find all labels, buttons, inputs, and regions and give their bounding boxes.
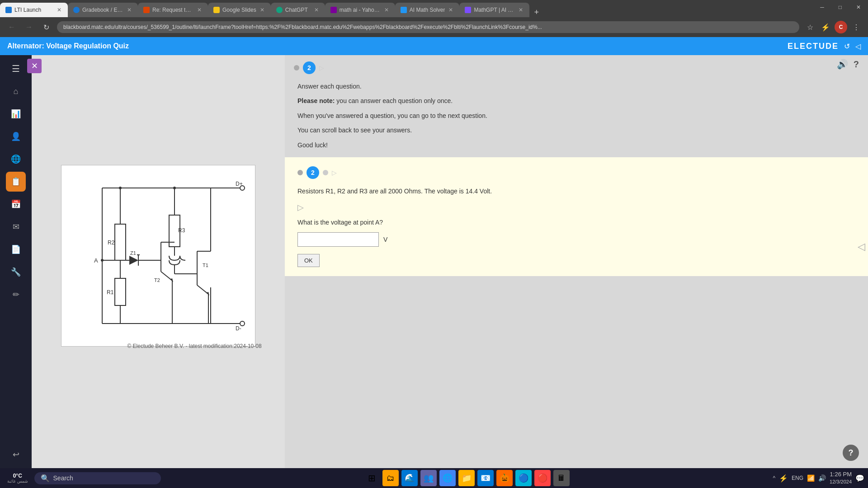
question-nav-2: 2 ▷	[297, 166, 855, 179]
question-number-badge: 2	[303, 61, 316, 74]
bookmark-button[interactable]: ☆	[804, 21, 816, 33]
sidebar-item-menu[interactable]: ☰	[6, 59, 26, 79]
sidebar-item-list[interactable]: 📋	[6, 172, 26, 192]
sidebar-item-edit[interactable]: ✏	[6, 285, 26, 305]
minimize-button[interactable]: ─	[813, 0, 831, 14]
tab-close-mathgpt[interactable]: ✕	[518, 6, 524, 14]
svg-text:R3: R3	[178, 227, 185, 234]
tab-aimath[interactable]: AI Math Solver ✕	[395, 3, 460, 17]
taskbar-weather[interactable]: 0°C شمس غائبة	[4, 473, 32, 483]
address-input[interactable]	[57, 21, 799, 33]
taskbar-icon-app1[interactable]: 🎃	[496, 470, 513, 486]
sidebar-item-documents[interactable]: 📄	[6, 239, 26, 259]
tab-close-slides[interactable]: ✕	[259, 6, 265, 14]
svg-text:T1: T1	[203, 263, 208, 268]
instructions-block: Answer each question. Please note: you c…	[285, 78, 868, 157]
close-window-button[interactable]: ✕	[849, 0, 868, 14]
taskbar-search-bar[interactable]: 🔍 Search	[34, 472, 161, 484]
tab-yahoo[interactable]: math ai - Yahoo... ✕	[325, 3, 395, 17]
window-controls: ─ □ ✕	[813, 0, 868, 17]
question-dot-gray	[294, 65, 299, 70]
tab-close-mail[interactable]: ✕	[196, 6, 203, 14]
taskbar-clock[interactable]: 1:26 PM 12/3/2024	[830, 471, 852, 485]
tab-lti[interactable]: LTI Launch ✕	[0, 3, 68, 17]
question-nav-top: 2 ▷	[285, 55, 868, 78]
tray-chevron[interactable]: ^	[773, 475, 775, 481]
app-header: Alternator: Voltage Regulation Quiz ELEC…	[0, 37, 868, 55]
taskbar-icon-browser[interactable]: 🌐	[439, 470, 456, 486]
volume-icon[interactable]: 🔊	[818, 474, 826, 482]
answer-arrow-indicator: ▷	[297, 202, 855, 212]
back-button[interactable]: ←	[5, 21, 18, 33]
sidebar-item-global[interactable]: 🌐	[6, 149, 26, 169]
tab-close-yahoo[interactable]: ✕	[383, 6, 390, 14]
tab-close-chatgpt[interactable]: ✕	[313, 6, 320, 14]
tab-label-grade: Gradebook / Ele...	[82, 7, 123, 13]
sidebar-item-profile[interactable]: 👤	[6, 127, 26, 146]
next-info-text: When you've answered a question, you can…	[297, 111, 855, 121]
tab-favicon-mathgpt	[465, 7, 471, 13]
sidebar-item-messages[interactable]: ✉	[6, 217, 26, 237]
taskbar-icon-app2[interactable]: 🔵	[515, 470, 532, 486]
audio-button[interactable]: 🔊	[837, 59, 848, 70]
tab-slides[interactable]: Google Slides ✕	[208, 3, 271, 17]
taskbar-icon-calculator[interactable]: 🖩	[553, 470, 570, 486]
tab-mathgpt[interactable]: MathGPT | AI M... ✕	[459, 3, 529, 17]
answer-row: V	[297, 232, 855, 247]
tab-label-mail: Re: Request to R...	[152, 7, 193, 13]
refresh-app-button[interactable]: ↺	[844, 42, 850, 51]
svg-rect-49	[115, 278, 126, 305]
svg-text:R2: R2	[108, 239, 115, 246]
sidebar-item-home[interactable]: ⌂	[6, 81, 26, 101]
unit-label: V	[383, 236, 387, 243]
menu-button[interactable]: ⋮	[850, 21, 863, 33]
new-tab-button[interactable]: +	[529, 8, 543, 17]
maximize-button[interactable]: □	[831, 0, 849, 14]
forward-button[interactable]: →	[23, 21, 35, 33]
q2-arrow-icon: ▷	[332, 169, 337, 176]
tab-grade[interactable]: Gradebook / Ele... ✕	[68, 3, 138, 17]
wifi-icon[interactable]: 📶	[807, 474, 815, 482]
question-prompt: What is the voltage at point A?	[297, 219, 855, 226]
answer-each-text: Answer each question.	[297, 81, 855, 91]
tab-close-aimath[interactable]: ✕	[448, 6, 454, 14]
taskbar-icon-edge[interactable]: 🌊	[401, 470, 418, 486]
profile-avatar[interactable]: C	[835, 21, 847, 33]
taskbar-icon-start[interactable]: ⊞	[363, 470, 380, 486]
sidebar-item-grades[interactable]: 📊	[6, 104, 26, 124]
taskbar-icon-outlook[interactable]: 📧	[477, 470, 494, 486]
ok-button[interactable]: OK	[297, 254, 320, 267]
sidebar-item-tools[interactable]: 🔧	[6, 262, 26, 282]
tab-label-mathgpt: MathGPT | AI M...	[474, 7, 515, 13]
taskbar-search-icon: 🔍	[41, 474, 50, 483]
help-button-top[interactable]: ?	[854, 59, 859, 70]
close-x-button[interactable]: ✕	[27, 59, 42, 73]
q2-dot-light	[323, 170, 328, 175]
tab-close-lti[interactable]: ✕	[56, 6, 62, 14]
arrow-right-icon: ▷	[319, 64, 324, 71]
taskbar: 0°C شمس غائبة 🔍 Search ⊞ 🗂 🌊 👥 🌐 📁 📧 🎃 🔵…	[0, 468, 868, 488]
taskbar-time: 1:26 PM	[830, 471, 852, 479]
taskbar-icon-teams[interactable]: 👥	[420, 470, 437, 486]
tab-close-grade[interactable]: ✕	[126, 6, 132, 14]
refresh-button[interactable]: ↻	[40, 21, 52, 33]
tab-chatgpt[interactable]: ChatGPT ✕	[271, 3, 325, 17]
taskbar-icon-files[interactable]: 🗂	[382, 470, 399, 486]
svg-point-52	[173, 187, 176, 189]
tab-mail[interactable]: Re: Request to R... ✕	[138, 3, 208, 17]
svg-text:D-: D-	[236, 325, 241, 332]
sidebar-item-calendar[interactable]: 📅	[6, 194, 26, 214]
tab-favicon-yahoo	[330, 7, 337, 13]
taskbar-icon-app3[interactable]: 🔴	[534, 470, 551, 486]
tab-favicon-lti	[5, 7, 12, 13]
collapse-button[interactable]: ◁	[855, 42, 861, 51]
sidebar-item-back[interactable]: ↩	[6, 445, 26, 465]
tab-label-yahoo: math ai - Yahoo...	[340, 7, 381, 13]
notification-icon[interactable]: 💬	[855, 474, 864, 483]
tab-label-aimath: AI Math Solver	[410, 7, 445, 13]
bluetooth-icon[interactable]: ⚡	[779, 474, 788, 483]
extensions-button[interactable]: ⚡	[819, 21, 832, 33]
answer-input[interactable]	[297, 232, 379, 247]
help-bubble[interactable]: ?	[843, 445, 859, 461]
taskbar-icon-folder[interactable]: 📁	[458, 470, 475, 486]
